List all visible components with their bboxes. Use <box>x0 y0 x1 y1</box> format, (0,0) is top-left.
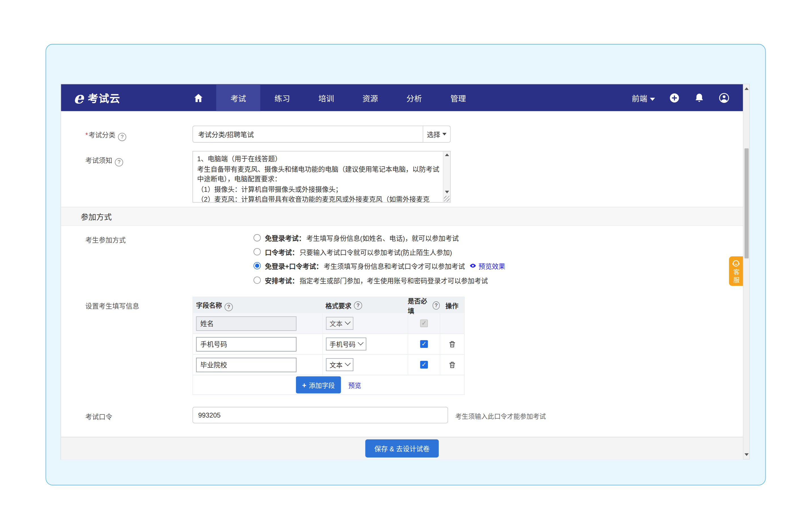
notice-textarea[interactable]: 1、电脑端（用于在线答题） 考生自备带有麦克风、摄像头和储电功能的电脑（建议使用… <box>193 151 451 203</box>
scrollbar-thumb[interactable] <box>745 149 749 259</box>
field-name-input <box>196 316 297 330</box>
customer-service-widget[interactable]: 客服 <box>729 256 743 286</box>
category-input[interactable] <box>193 126 423 142</box>
headset-icon <box>732 259 740 268</box>
category-label: *考试分类 <box>85 130 126 141</box>
fields-table: 字段名称 格式要求 是否必填 操作 文本 手机号码 文本 <box>193 297 465 395</box>
scroll-up-arrow[interactable] <box>744 85 750 92</box>
trash-icon[interactable] <box>448 340 456 348</box>
radio-selected-icon[interactable] <box>254 262 261 269</box>
nav-home[interactable] <box>180 84 216 111</box>
preview-effect-link[interactable]: 预览效果 <box>469 261 505 271</box>
header-required: 是否必填 <box>408 297 440 313</box>
exam-password-input[interactable] <box>193 407 448 423</box>
help-icon[interactable] <box>224 303 233 311</box>
help-icon[interactable] <box>115 158 123 166</box>
logo-text: 考试云 <box>88 90 121 105</box>
save-and-design-button[interactable]: 保存 & 去设计试卷 <box>365 439 439 457</box>
scroll-down-arrow[interactable] <box>443 189 450 195</box>
option-assigned[interactable]: 安排考试： 指定考生或部门参加，考生使用账号和密码登录才可以参加考试 <box>254 276 488 285</box>
fields-table-label: 设置考生填写信息 <box>85 301 139 311</box>
footer-bar: 保存 & 去设计试卷 <box>61 437 743 459</box>
app-scrollbar[interactable] <box>743 84 749 459</box>
chevron-down-icon <box>358 340 364 346</box>
navbar: e 考试云 考试 练习 培训 资源 分析 管理 前端 <box>61 84 743 111</box>
logo[interactable]: e 考试云 <box>61 84 180 111</box>
eye-icon <box>469 262 476 269</box>
required-checkbox[interactable] <box>420 361 428 368</box>
header-actions: 操作 <box>440 297 464 313</box>
table-row-phone: 手机号码 <box>193 334 464 354</box>
help-icon[interactable] <box>433 301 440 309</box>
header-field-name: 字段名称 <box>193 300 323 311</box>
option-title: 口令考试： <box>265 247 298 256</box>
exam-password-note: 考生须输入此口令才能参加考试 <box>455 411 546 421</box>
caret-down-icon <box>650 97 655 100</box>
field-name-input[interactable] <box>196 337 297 351</box>
preview-link[interactable]: 预览 <box>348 380 361 390</box>
user-menu[interactable]: 前端 <box>632 92 655 103</box>
table-footer-row: 添加字段 预览 <box>193 375 464 394</box>
add-field-button[interactable]: 添加字段 <box>296 376 341 393</box>
category-select-button[interactable]: 选择 <box>423 126 450 142</box>
required-checkbox-disabled <box>420 320 428 327</box>
category-label-text: 考试分类 <box>89 131 115 139</box>
option-desc: 考生填写身份信息(如姓名、电话)，就可以参加考试 <box>306 233 459 243</box>
field-name-input[interactable] <box>196 358 297 372</box>
trash-icon[interactable] <box>448 361 456 369</box>
bell-icon[interactable] <box>694 92 705 103</box>
nav-tab-training[interactable]: 培训 <box>304 84 348 111</box>
nav-tab-resources[interactable]: 资源 <box>348 84 392 111</box>
help-icon[interactable] <box>118 133 126 141</box>
format-select[interactable]: 手机号码 <box>326 338 366 351</box>
nav-tab-exam[interactable]: 考试 <box>216 84 260 111</box>
chevron-down-icon <box>345 319 351 325</box>
preview-effect-label: 预览效果 <box>478 261 505 271</box>
add-field-label: 添加字段 <box>309 380 335 390</box>
section-participation: 参加方式 <box>61 207 743 226</box>
table-row-name: 文本 <box>193 313 464 334</box>
nav-tab-management[interactable]: 管理 <box>436 84 480 111</box>
user-icon[interactable] <box>719 92 730 103</box>
format-select: 文本 <box>326 317 353 330</box>
option-desc: 考生须填写身份信息和考试口令才可以参加考试 <box>324 261 465 271</box>
customer-service-label: 客服 <box>732 269 740 284</box>
header-format: 格式要求 <box>323 297 408 313</box>
notice-label: 考试须知 <box>85 155 123 166</box>
radio-icon[interactable] <box>254 277 261 284</box>
format-select[interactable]: 文本 <box>326 358 353 372</box>
table-header-row: 字段名称 格式要求 是否必填 操作 <box>193 297 464 313</box>
page: e 考试云 考试 练习 培训 资源 分析 管理 前端 *考试分类 <box>0 0 803 532</box>
textarea-scrollbar[interactable] <box>443 152 450 202</box>
notice-text: 1、电脑端（用于在线答题） 考生自备带有麦克风、摄像头和储电功能的电脑（建议使用… <box>193 152 443 202</box>
required-asterisk: * <box>85 131 88 139</box>
option-title: 免登录考试： <box>265 233 305 243</box>
participation-label: 考生参加方式 <box>85 234 126 245</box>
radio-icon[interactable] <box>254 234 261 242</box>
table-row-school: 文本 <box>193 354 464 375</box>
radio-icon[interactable] <box>254 248 261 255</box>
required-checkbox[interactable] <box>420 340 428 348</box>
category-input-group: 选择 <box>193 126 451 142</box>
scroll-up-arrow[interactable] <box>443 152 450 158</box>
nav-tab-practice[interactable]: 练习 <box>260 84 304 111</box>
option-password[interactable]: 口令考试： 只要输入考试口令就可以参加考试(防止陌生人参加) <box>254 247 452 256</box>
section-title: 参加方式 <box>81 211 112 222</box>
resize-grip[interactable] <box>444 196 450 202</box>
scroll-down-arrow[interactable] <box>744 451 750 458</box>
app-window: e 考试云 考试 练习 培训 资源 分析 管理 前端 *考试分类 <box>61 84 749 459</box>
option-no-login[interactable]: 免登录考试： 考生填写身份信息(如姓名、电话)，就可以参加考试 <box>254 233 459 243</box>
option-title: 安排考试： <box>265 276 298 285</box>
home-icon <box>193 92 204 103</box>
logo-e-mark: e <box>73 90 84 106</box>
notice-label-text: 考试须知 <box>85 157 112 164</box>
nav-tab-analysis[interactable]: 分析 <box>392 84 436 111</box>
select-button-label: 选择 <box>427 129 440 139</box>
option-title: 免登录+口令考试： <box>265 261 323 271</box>
option-no-login-plus-password[interactable]: 免登录+口令考试： 考生须填写身份信息和考试口令才可以参加考试 预览效果 <box>254 261 505 270</box>
plus-icon <box>302 381 306 389</box>
help-icon[interactable] <box>354 301 362 309</box>
user-menu-label: 前端 <box>632 94 647 102</box>
plus-circle-icon[interactable] <box>669 92 680 103</box>
chevron-down-icon <box>345 360 351 366</box>
